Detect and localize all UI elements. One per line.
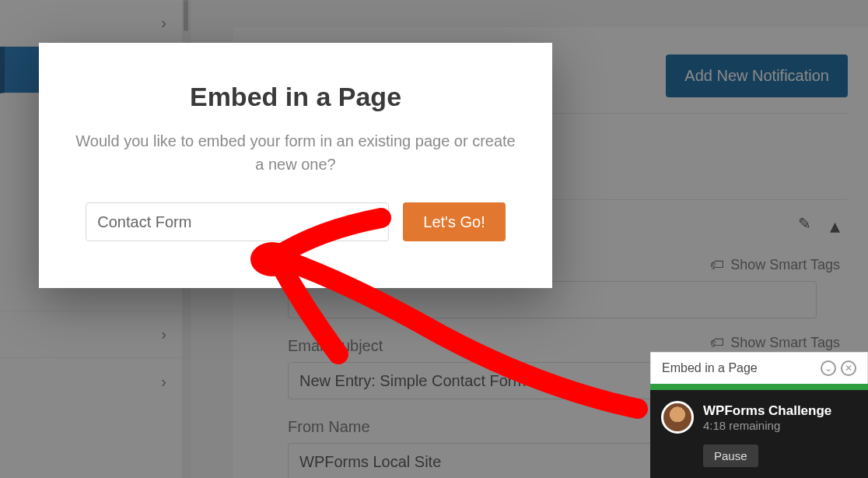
lets-go-button[interactable]: Let's Go! — [403, 202, 505, 241]
challenge-footer: Pause — [650, 445, 868, 478]
challenge-progress-bar — [650, 384, 868, 390]
challenge-body: WPForms Challenge 4:18 remaining — [650, 390, 868, 445]
challenge-step-label: Embed in a Page — [662, 361, 758, 375]
avatar — [661, 401, 694, 434]
modal-title: Embed in a Page — [70, 82, 521, 112]
challenge-remaining: 4:18 remaining — [703, 419, 831, 432]
pause-button[interactable]: Pause — [703, 445, 758, 467]
modal-description: Would you like to embed your form in an … — [70, 129, 521, 176]
challenge-widget: Embed in a Page ⌄ ✕ WPForms Challenge 4:… — [650, 352, 868, 478]
challenge-header: Embed in a Page ⌄ ✕ — [650, 352, 868, 384]
close-icon[interactable]: ✕ — [841, 360, 856, 376]
modal-form-row: Let's Go! — [70, 202, 521, 241]
embed-modal: Embed in a Page Would you like to embed … — [39, 43, 552, 288]
minimize-icon[interactable]: ⌄ — [821, 360, 836, 376]
challenge-title: WPForms Challenge — [703, 403, 831, 419]
page-name-input[interactable] — [86, 202, 389, 241]
